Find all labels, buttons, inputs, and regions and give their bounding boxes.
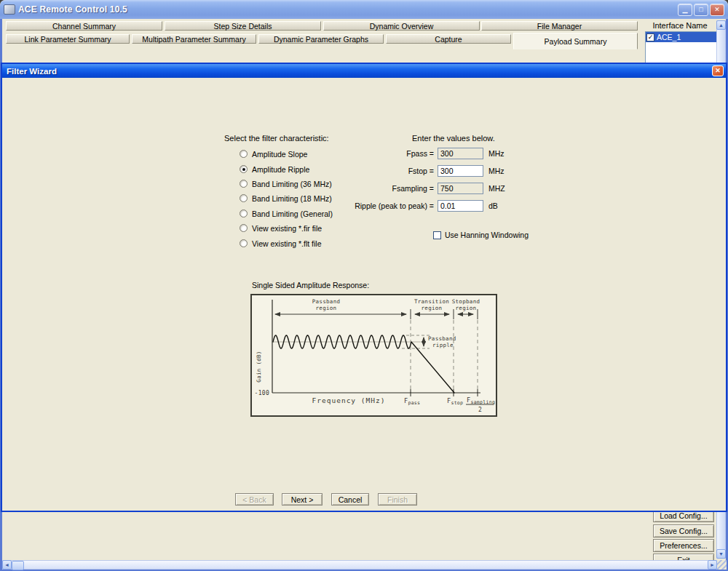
amplitude-response-heading: Single Sided Amplitude Response:: [252, 281, 369, 290]
tab-payload-summary[interactable]: Payload Summary: [513, 33, 638, 49]
radio-amplitude-ripple[interactable]: Amplitude Ripple: [240, 164, 309, 174]
fpass-unit: MHz: [488, 148, 505, 159]
scroll-right-arrow-icon[interactable]: ►: [708, 560, 717, 570]
hanning-windowing-checkbox[interactable]: Use Hanning Windowing: [433, 231, 529, 239]
list-item-ace1[interactable]: ✓ ACE_1: [646, 32, 716, 42]
fpass-label: Fpass =: [306, 148, 434, 159]
tab-multipath-parameter-summary[interactable]: Multipath Parameter Summary: [132, 34, 256, 44]
interface-list: ✓ ACE_1: [645, 31, 717, 63]
radio-icon[interactable]: [240, 224, 248, 232]
enter-values-heading: Enter the values below.: [412, 134, 495, 143]
wizard-title: Filter Wizard: [7, 67, 57, 76]
checkbox-label: Use Hanning Windowing: [445, 231, 529, 239]
wizard-titlebar: Filter Wizard ✕: [2, 64, 726, 78]
passband-ripple-label2: ripple: [432, 342, 454, 348]
maximize-button-icon[interactable]: □: [694, 4, 708, 16]
radio-view-fir-file[interactable]: View existing *.fir file: [240, 223, 322, 233]
ripple-unit: dB: [488, 200, 498, 212]
fstop-input[interactable]: [438, 165, 483, 177]
passband-region-label2: region: [316, 305, 337, 311]
scroll-left-arrow-icon[interactable]: ◄: [2, 560, 12, 570]
window-title: ACE Remote Control 10.5: [18, 4, 678, 15]
scrollbar-thumb[interactable]: [12, 561, 24, 570]
radio-label: View existing *.flt file: [252, 239, 322, 248]
main-titlebar: ACE Remote Control 10.5 ▁ □ ✕: [0, 0, 728, 19]
back-button[interactable]: < Back: [235, 493, 274, 506]
tab-channel-summary[interactable]: Channel Summary: [6, 21, 162, 31]
save-config-button[interactable]: Save Config...: [653, 524, 714, 538]
y-min-tick-label: -100: [255, 390, 269, 396]
resize-grip[interactable]: [717, 560, 727, 570]
radio-label: Amplitude Slope: [252, 150, 307, 159]
minimize-button-icon[interactable]: ▁: [678, 4, 692, 16]
fsampling-input[interactable]: [438, 183, 483, 194]
stopband-region-label2: region: [456, 305, 477, 311]
ripple-label: Ripple (peak to peak) =: [306, 200, 434, 212]
close-button-icon[interactable]: ✕: [710, 4, 724, 16]
radio-view-flt-file[interactable]: View existing *.flt file: [240, 239, 322, 248]
radio-selected-icon[interactable]: [240, 165, 248, 173]
fstop-label: Fstop =: [306, 165, 434, 177]
radio-icon[interactable]: [240, 194, 248, 202]
radio-icon[interactable]: [240, 209, 248, 217]
tab-capture[interactable]: Capture: [386, 34, 511, 44]
finish-button[interactable]: Finish: [378, 493, 417, 506]
transition-region-label: Transition: [414, 298, 449, 305]
scroll-down-arrow-icon[interactable]: ▼: [716, 549, 726, 559]
radio-icon[interactable]: [240, 180, 248, 188]
passband-region-label: Passband: [312, 298, 341, 305]
preferences-button[interactable]: Preferences...: [653, 539, 714, 552]
fstop-unit: MHz: [488, 165, 505, 177]
tab-dynamic-parameter-graphs[interactable]: Dynamic Parameter Graphs: [258, 34, 384, 44]
fpass-input[interactable]: [438, 148, 483, 159]
tab-dynamic-overview[interactable]: Dynamic Overview: [323, 21, 480, 31]
stopband-region-label: Stopband: [452, 298, 480, 305]
app-icon: [4, 4, 15, 15]
transition-region-label2: region: [422, 305, 443, 311]
radio-label: Amplitude Ripple: [252, 165, 309, 174]
filter-characteristic-heading: Select the filter characteristic:: [224, 134, 329, 143]
interface-name-header: Interface Name: [644, 21, 716, 30]
radio-amplitude-slope[interactable]: Amplitude Slope: [240, 149, 307, 159]
radio-icon[interactable]: [240, 150, 248, 158]
fsampling-label: Fsampling =: [306, 183, 434, 194]
passband-ripple-label: Passband: [428, 335, 456, 342]
radio-icon[interactable]: [240, 239, 248, 247]
filter-wizard-dialog: Filter Wizard ✕ Select the filter charac…: [1, 63, 727, 512]
amplitude-response-diagram: Passband region Transition region Stopba…: [250, 294, 497, 417]
tab-step-size-details[interactable]: Step Size Details: [165, 21, 321, 31]
scroll-up-arrow-icon[interactable]: ▲: [716, 20, 726, 30]
interface-item-label: ACE_1: [657, 33, 681, 41]
application-window: ACE Remote Control 10.5 ▁ □ ✕ Channel Su…: [0, 0, 728, 571]
fsampling-unit: MHZ: [488, 183, 505, 194]
tab-file-manager[interactable]: File Manager: [481, 21, 638, 31]
y-axis-label: Gain (dB): [256, 351, 262, 382]
ripple-input[interactable]: [438, 200, 483, 212]
fsampling-denominator-label: 2: [478, 407, 482, 413]
radio-label: View existing *.fir file: [252, 224, 322, 233]
cancel-button[interactable]: Cancel: [331, 493, 369, 506]
wizard-close-icon[interactable]: ✕: [712, 65, 724, 76]
horizontal-scrollbar[interactable]: ◄ ►: [2, 560, 717, 570]
x-axis-label: Frequency (MHz): [312, 396, 386, 404]
next-button[interactable]: Next >: [282, 493, 323, 506]
checkbox-checked-icon[interactable]: ✓: [646, 33, 654, 41]
tab-link-parameter-summary[interactable]: Link Parameter Summary: [6, 34, 130, 44]
checkbox-unchecked-icon[interactable]: [433, 231, 441, 239]
